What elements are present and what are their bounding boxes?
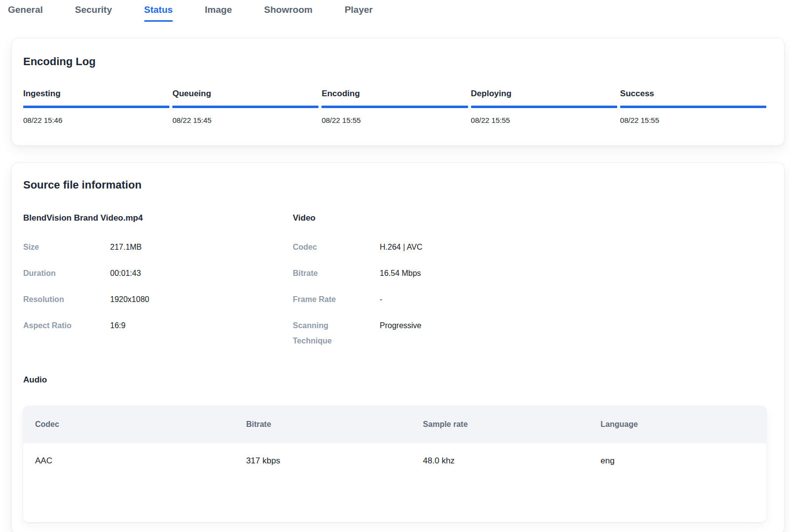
video-scanning-value: Progressive (380, 318, 421, 348)
file-aspect-ratio-row: Aspect Ratio 16:9 (23, 318, 293, 333)
encoding-log-title: Encoding Log (23, 55, 766, 68)
video-codec-label: Codec (293, 239, 380, 255)
audio-sample-rate-value: 48.0 khz (411, 456, 589, 466)
audio-table-header: Codec Bitrate Sample rate Language (23, 406, 766, 443)
tab-showroom[interactable]: Showroom (264, 4, 313, 22)
audio-codec-value: AAC (23, 456, 234, 466)
stage-timestamp: 08/22 15:55 (321, 108, 468, 124)
video-info-column: Video Codec H.264 | AVC Bitrate 16.54 Mb… (293, 213, 766, 359)
file-resolution-row: Resolution 1920x1080 (23, 292, 293, 307)
audio-section-title: Audio (23, 375, 766, 385)
video-frame-rate-value: - (380, 292, 382, 307)
file-info-column: BlendVision Brand Video.mp4 Size 217.1MB… (23, 213, 293, 359)
stage-deploying: Deploying 08/22 15:55 (471, 89, 617, 124)
encoding-stages: Ingesting 08/22 15:46 Queueing 08/22 15:… (23, 89, 766, 124)
audio-table-body: AAC 317 kbps 48.0 khz eng (23, 443, 766, 522)
file-aspect-ratio-value: 16:9 (110, 318, 125, 333)
stage-success: Success 08/22 15:55 (620, 89, 766, 124)
audio-table: Codec Bitrate Sample rate Language AAC 3… (23, 406, 766, 522)
audio-codec-header: Codec (23, 420, 234, 429)
tab-bar: General Security Status Image Showroom P… (0, 0, 790, 22)
file-size-value: 217.1MB (110, 239, 142, 255)
stage-encoding: Encoding 08/22 15:55 (321, 89, 468, 124)
stage-label: Success (620, 89, 766, 106)
video-bitrate-row: Bitrate 16.54 Mbps (293, 266, 766, 281)
file-resolution-value: 1920x1080 (110, 292, 149, 307)
tab-status[interactable]: Status (144, 4, 173, 22)
table-row: AAC 317 kbps 48.0 khz eng (23, 443, 766, 466)
stage-timestamp: 08/22 15:55 (620, 108, 766, 124)
stage-label: Ingesting (23, 89, 169, 106)
audio-language-value: eng (589, 456, 766, 466)
audio-language-header: Language (589, 420, 766, 429)
video-frame-rate-label: Frame Rate (293, 292, 380, 307)
audio-bitrate-value: 317 kbps (234, 456, 411, 466)
file-duration-label: Duration (23, 266, 110, 281)
tab-player[interactable]: Player (345, 4, 373, 22)
stage-ingesting: Ingesting 08/22 15:46 (23, 89, 169, 124)
stage-label: Deploying (471, 89, 617, 106)
video-scanning-row: Scanning Technique Progressive (293, 318, 766, 348)
stage-queueing: Queueing 08/22 15:45 (172, 89, 318, 124)
encoding-log-card: Encoding Log Ingesting 08/22 15:46 Queue… (11, 38, 785, 146)
stage-timestamp: 08/22 15:55 (471, 108, 617, 124)
video-bitrate-value: 16.54 Mbps (380, 266, 421, 281)
stage-timestamp: 08/22 15:45 (172, 108, 318, 124)
stage-label: Encoding (321, 89, 468, 106)
file-size-label: Size (23, 239, 110, 255)
tab-image[interactable]: Image (205, 4, 232, 22)
source-file-card: Source file information BlendVision Bran… (11, 162, 785, 532)
video-codec-value: H.264 | AVC (380, 239, 423, 255)
file-duration-value: 00:01:43 (110, 266, 141, 281)
source-file-title: Source file information (23, 179, 766, 191)
audio-sample-rate-header: Sample rate (411, 420, 589, 429)
source-file-columns: BlendVision Brand Video.mp4 Size 217.1MB… (23, 213, 766, 359)
video-section-title: Video (293, 213, 766, 223)
video-frame-rate-row: Frame Rate - (293, 292, 766, 307)
audio-bitrate-header: Bitrate (234, 420, 411, 429)
video-bitrate-label: Bitrate (293, 266, 380, 281)
tab-general[interactable]: General (8, 4, 43, 22)
file-resolution-label: Resolution (23, 292, 110, 307)
stage-label: Queueing (172, 89, 318, 106)
tab-security[interactable]: Security (75, 4, 112, 22)
video-scanning-label: Scanning Technique (293, 318, 380, 348)
file-name: BlendVision Brand Video.mp4 (23, 213, 293, 223)
stage-timestamp: 08/22 15:46 (23, 108, 169, 124)
file-aspect-ratio-label: Aspect Ratio (23, 318, 110, 333)
video-codec-row: Codec H.264 | AVC (293, 239, 766, 255)
file-duration-row: Duration 00:01:43 (23, 266, 293, 281)
file-size-row: Size 217.1MB (23, 239, 293, 255)
